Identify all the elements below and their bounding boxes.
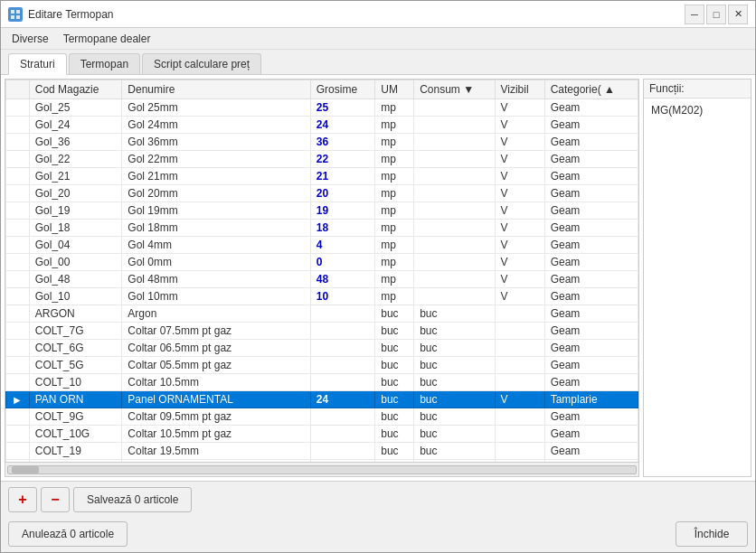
cell-cod: COLT_7G [29, 323, 122, 340]
table-row[interactable]: COLT_9GColtar 09.5mm pt gazbucbucGeam [6, 408, 638, 426]
col-categorie[interactable]: Categorie( ▲ [544, 80, 638, 99]
cell-categorie: Geam [544, 374, 638, 391]
save-button[interactable]: Salvează 0 articole [73, 487, 192, 512]
cell-um: mp [375, 117, 414, 134]
menu-bar: Diverse Termopane dealer [1, 28, 755, 50]
col-consum[interactable]: Consum ▼ [414, 80, 495, 99]
maximize-button[interactable]: □ [706, 5, 726, 24]
table-row[interactable]: Gol_18Gol 18mm18mpVGeam [6, 220, 638, 237]
col-um[interactable]: UM [375, 80, 414, 99]
cell-consum [414, 134, 495, 151]
svg-rect-0 [11, 10, 14, 14]
cell-denumire: Gol 4mm [122, 237, 310, 254]
row-indicator [6, 202, 30, 220]
close-window-button[interactable]: ✕ [728, 5, 748, 24]
cell-categorie: Geam [544, 237, 638, 254]
table-row[interactable]: Gol_25Gol 25mm25mpVGeam [6, 99, 638, 117]
cell-grosime [310, 443, 375, 460]
cell-categorie: Tamplarie [544, 391, 638, 408]
cell-consum: buc [414, 426, 495, 443]
cell-grosime: 10 [310, 288, 375, 305]
functions-panel: Funcții: MG(M202) [643, 79, 751, 477]
table-row[interactable]: Gol_24Gol 24mm24mpVGeam [6, 117, 638, 134]
cell-categorie: Geam [544, 151, 638, 168]
cell-cod: Gol_19 [29, 202, 122, 220]
row-indicator [6, 254, 30, 271]
cancel-button[interactable]: Anulează 0 articole [8, 521, 128, 547]
cell-denumire: Gol 24mm [122, 117, 310, 134]
window-title: Editare Termopan [28, 8, 685, 21]
col-vizibil[interactable]: Vizibil [495, 80, 544, 99]
cell-grosime: 19 [310, 202, 375, 220]
cell-vizibil [495, 323, 544, 340]
cell-denumire: Argon [122, 305, 310, 323]
table-row[interactable]: Gol_20Gol 20mm20mpVGeam [6, 185, 638, 202]
table-row[interactable]: COLT_19Coltar 19.5mmbucbucGeam [6, 443, 638, 460]
col-cod[interactable]: Cod Magazie [29, 80, 122, 99]
row-indicator [6, 305, 30, 323]
row-indicator [6, 374, 30, 391]
table-row[interactable]: ARGONArgonbucbucGeam [6, 305, 638, 323]
bottom-bar-2: Anulează 0 articole Închide [1, 518, 755, 552]
cell-cod: Gol_36 [29, 134, 122, 151]
cell-vizibil: V [495, 271, 544, 288]
cell-consum: buc [414, 408, 495, 426]
table-row[interactable]: Gol_21Gol 21mm21mpVGeam [6, 168, 638, 185]
table-row[interactable]: Gol_10Gol 10mm10mpVGeam [6, 288, 638, 305]
cell-um: mp [375, 271, 414, 288]
svg-rect-3 [16, 15, 20, 19]
table-row[interactable]: Gol_00Gol 0mm0mpVGeam [6, 254, 638, 271]
cell-consum: buc [414, 323, 495, 340]
horizontal-scrollbar[interactable] [5, 462, 638, 476]
table-row[interactable]: Gol_19Gol 19mm19mpVGeam [6, 202, 638, 220]
close-button[interactable]: Închide [676, 521, 748, 547]
cell-cod: Gol_04 [29, 237, 122, 254]
row-indicator: ▶ [6, 391, 30, 408]
tab-straturi[interactable]: Straturi [8, 53, 67, 75]
cell-grosime [310, 340, 375, 357]
menu-termopane-dealer[interactable]: Termopane dealer [56, 31, 158, 47]
tab-script[interactable]: Script calculare preț [142, 53, 261, 74]
cell-consum [414, 117, 495, 134]
row-indicator [6, 443, 30, 460]
table-row[interactable]: Gol_36Gol 36mm36mpVGeam [6, 134, 638, 151]
cell-um: mp [375, 237, 414, 254]
table-row[interactable]: Gol_22Gol 22mm22mpVGeam [6, 151, 638, 168]
cell-grosime [310, 408, 375, 426]
table-row[interactable]: COLT_6GColtar 06.5mm pt gazbucbucGeam [6, 340, 638, 357]
menu-diverse[interactable]: Diverse [5, 31, 56, 47]
cell-denumire: Gol 20mm [122, 185, 310, 202]
cell-um: mp [375, 99, 414, 117]
col-grosime[interactable]: Grosime [310, 80, 375, 99]
table-row[interactable]: Gol_48Gol 48mm48mpVGeam [6, 271, 638, 288]
cell-categorie: Geam [544, 323, 638, 340]
tab-termopan[interactable]: Termopan [69, 53, 140, 74]
cell-vizibil: V [495, 254, 544, 271]
function-item-mg[interactable]: MG(M202) [647, 102, 747, 118]
cell-um: buc [375, 391, 414, 408]
add-button[interactable]: + [8, 487, 37, 512]
cell-cod: COLT_19 [29, 443, 122, 460]
remove-button[interactable]: − [41, 487, 70, 512]
col-denumire[interactable]: Denumire [122, 80, 310, 99]
table-row[interactable]: COLT_10Coltar 10.5mmbucbucGeam [6, 374, 638, 391]
table-row[interactable]: COLT_10GColtar 10.5mm pt gazbucbucGeam [6, 426, 638, 443]
sort-icon: ▼ [463, 83, 474, 96]
table-wrapper[interactable]: Cod Magazie Denumire Grosime UM Consum ▼… [5, 80, 638, 462]
minimize-button[interactable]: ─ [685, 5, 704, 24]
table-row[interactable]: Gol_04Gol 4mm4mpVGeam [6, 237, 638, 254]
row-indicator [6, 237, 30, 254]
cell-denumire: Gol 48mm [122, 271, 310, 288]
table-row[interactable]: COLT_7GColtar 07.5mm pt gazbucbucGeam [6, 323, 638, 340]
cell-grosime [310, 323, 375, 340]
row-indicator [6, 408, 30, 426]
row-indicator [6, 271, 30, 288]
table-row[interactable]: COLT_5GColtar 05.5mm pt gazbucbucGeam [6, 357, 638, 374]
table-row[interactable]: ▶PAN ORNPanel ORNAMENTAL24bucbucVTamplar… [6, 391, 638, 408]
cell-vizibil [495, 426, 544, 443]
cell-denumire: Coltar 10.5mm pt gaz [122, 426, 310, 443]
cell-denumire: Gol 0mm [122, 254, 310, 271]
cell-vizibil: V [495, 237, 544, 254]
cell-um: mp [375, 220, 414, 237]
cell-categorie: Geam [544, 271, 638, 288]
